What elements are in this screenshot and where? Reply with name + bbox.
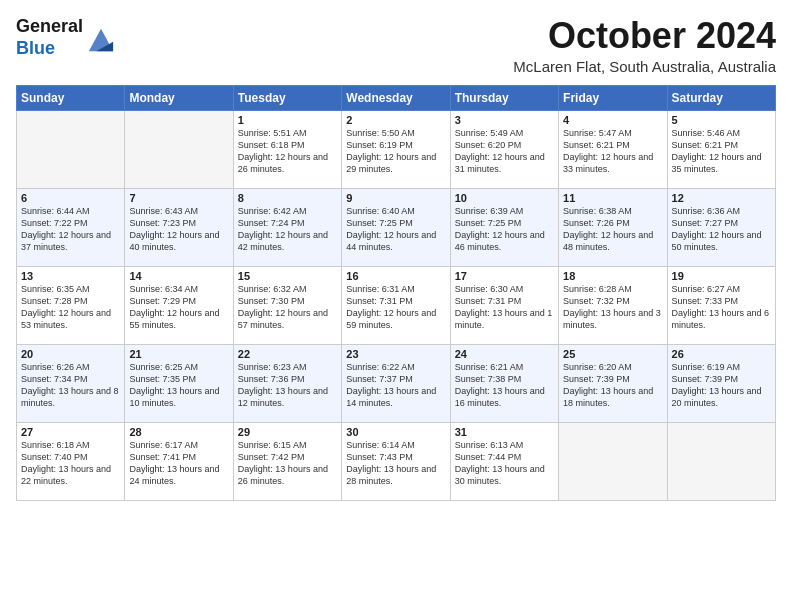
calendar-header-wednesday: Wednesday	[342, 85, 450, 110]
day-info: Sunrise: 6:14 AMSunset: 7:43 PMDaylight:…	[346, 439, 445, 488]
calendar-day	[125, 110, 233, 188]
calendar-day: 30Sunrise: 6:14 AMSunset: 7:43 PMDayligh…	[342, 422, 450, 500]
calendar-week-4: 20Sunrise: 6:26 AMSunset: 7:34 PMDayligh…	[17, 344, 776, 422]
day-info: Sunrise: 6:19 AMSunset: 7:39 PMDaylight:…	[672, 361, 771, 410]
day-info: Sunrise: 6:31 AMSunset: 7:31 PMDaylight:…	[346, 283, 445, 332]
calendar-day: 6Sunrise: 6:44 AMSunset: 7:22 PMDaylight…	[17, 188, 125, 266]
day-number: 19	[672, 270, 771, 282]
calendar-day: 25Sunrise: 6:20 AMSunset: 7:39 PMDayligh…	[559, 344, 667, 422]
day-number: 13	[21, 270, 120, 282]
calendar-day	[667, 422, 775, 500]
day-info: Sunrise: 6:25 AMSunset: 7:35 PMDaylight:…	[129, 361, 228, 410]
day-info: Sunrise: 5:50 AMSunset: 6:19 PMDaylight:…	[346, 127, 445, 176]
calendar-day: 17Sunrise: 6:30 AMSunset: 7:31 PMDayligh…	[450, 266, 558, 344]
day-info: Sunrise: 6:34 AMSunset: 7:29 PMDaylight:…	[129, 283, 228, 332]
day-number: 4	[563, 114, 662, 126]
calendar-header-monday: Monday	[125, 85, 233, 110]
header: General Blue October 2024 McLaren Flat, …	[16, 16, 776, 75]
calendar-day: 2Sunrise: 5:50 AMSunset: 6:19 PMDaylight…	[342, 110, 450, 188]
day-number: 22	[238, 348, 337, 360]
day-info: Sunrise: 6:22 AMSunset: 7:37 PMDaylight:…	[346, 361, 445, 410]
day-number: 6	[21, 192, 120, 204]
page: General Blue October 2024 McLaren Flat, …	[0, 0, 792, 612]
day-number: 15	[238, 270, 337, 282]
calendar-day: 10Sunrise: 6:39 AMSunset: 7:25 PMDayligh…	[450, 188, 558, 266]
month-title: October 2024	[513, 16, 776, 56]
day-info: Sunrise: 6:30 AMSunset: 7:31 PMDaylight:…	[455, 283, 554, 332]
calendar-day	[559, 422, 667, 500]
day-number: 21	[129, 348, 228, 360]
calendar-day: 18Sunrise: 6:28 AMSunset: 7:32 PMDayligh…	[559, 266, 667, 344]
calendar-day: 14Sunrise: 6:34 AMSunset: 7:29 PMDayligh…	[125, 266, 233, 344]
day-number: 5	[672, 114, 771, 126]
day-info: Sunrise: 6:36 AMSunset: 7:27 PMDaylight:…	[672, 205, 771, 254]
day-info: Sunrise: 6:44 AMSunset: 7:22 PMDaylight:…	[21, 205, 120, 254]
calendar-day: 28Sunrise: 6:17 AMSunset: 7:41 PMDayligh…	[125, 422, 233, 500]
day-number: 27	[21, 426, 120, 438]
title-area: October 2024 McLaren Flat, South Austral…	[513, 16, 776, 75]
subtitle: McLaren Flat, South Australia, Australia	[513, 58, 776, 75]
calendar-day: 3Sunrise: 5:49 AMSunset: 6:20 PMDaylight…	[450, 110, 558, 188]
calendar-day	[17, 110, 125, 188]
day-number: 31	[455, 426, 554, 438]
day-info: Sunrise: 6:27 AMSunset: 7:33 PMDaylight:…	[672, 283, 771, 332]
day-number: 7	[129, 192, 228, 204]
logo-text: General Blue	[16, 16, 83, 59]
day-number: 23	[346, 348, 445, 360]
calendar: SundayMondayTuesdayWednesdayThursdayFrid…	[16, 85, 776, 501]
calendar-header-saturday: Saturday	[667, 85, 775, 110]
day-number: 11	[563, 192, 662, 204]
day-number: 10	[455, 192, 554, 204]
calendar-day: 22Sunrise: 6:23 AMSunset: 7:36 PMDayligh…	[233, 344, 341, 422]
day-info: Sunrise: 5:47 AMSunset: 6:21 PMDaylight:…	[563, 127, 662, 176]
day-number: 8	[238, 192, 337, 204]
day-info: Sunrise: 6:13 AMSunset: 7:44 PMDaylight:…	[455, 439, 554, 488]
calendar-day: 5Sunrise: 5:46 AMSunset: 6:21 PMDaylight…	[667, 110, 775, 188]
day-number: 14	[129, 270, 228, 282]
logo: General Blue	[16, 16, 115, 59]
day-info: Sunrise: 5:46 AMSunset: 6:21 PMDaylight:…	[672, 127, 771, 176]
day-info: Sunrise: 6:39 AMSunset: 7:25 PMDaylight:…	[455, 205, 554, 254]
day-info: Sunrise: 6:20 AMSunset: 7:39 PMDaylight:…	[563, 361, 662, 410]
calendar-day: 16Sunrise: 6:31 AMSunset: 7:31 PMDayligh…	[342, 266, 450, 344]
calendar-header-thursday: Thursday	[450, 85, 558, 110]
calendar-week-3: 13Sunrise: 6:35 AMSunset: 7:28 PMDayligh…	[17, 266, 776, 344]
calendar-day: 15Sunrise: 6:32 AMSunset: 7:30 PMDayligh…	[233, 266, 341, 344]
calendar-day: 19Sunrise: 6:27 AMSunset: 7:33 PMDayligh…	[667, 266, 775, 344]
day-number: 26	[672, 348, 771, 360]
calendar-day: 29Sunrise: 6:15 AMSunset: 7:42 PMDayligh…	[233, 422, 341, 500]
day-info: Sunrise: 6:43 AMSunset: 7:23 PMDaylight:…	[129, 205, 228, 254]
day-info: Sunrise: 6:38 AMSunset: 7:26 PMDaylight:…	[563, 205, 662, 254]
day-info: Sunrise: 6:40 AMSunset: 7:25 PMDaylight:…	[346, 205, 445, 254]
day-info: Sunrise: 6:18 AMSunset: 7:40 PMDaylight:…	[21, 439, 120, 488]
day-number: 24	[455, 348, 554, 360]
day-number: 12	[672, 192, 771, 204]
calendar-day: 24Sunrise: 6:21 AMSunset: 7:38 PMDayligh…	[450, 344, 558, 422]
day-number: 25	[563, 348, 662, 360]
day-number: 30	[346, 426, 445, 438]
day-info: Sunrise: 6:35 AMSunset: 7:28 PMDaylight:…	[21, 283, 120, 332]
day-number: 20	[21, 348, 120, 360]
calendar-week-2: 6Sunrise: 6:44 AMSunset: 7:22 PMDaylight…	[17, 188, 776, 266]
day-number: 9	[346, 192, 445, 204]
logo-icon	[87, 25, 115, 53]
calendar-day: 1Sunrise: 5:51 AMSunset: 6:18 PMDaylight…	[233, 110, 341, 188]
calendar-day: 7Sunrise: 6:43 AMSunset: 7:23 PMDaylight…	[125, 188, 233, 266]
calendar-header-friday: Friday	[559, 85, 667, 110]
day-info: Sunrise: 6:26 AMSunset: 7:34 PMDaylight:…	[21, 361, 120, 410]
calendar-header-row: SundayMondayTuesdayWednesdayThursdayFrid…	[17, 85, 776, 110]
calendar-day: 21Sunrise: 6:25 AMSunset: 7:35 PMDayligh…	[125, 344, 233, 422]
day-number: 3	[455, 114, 554, 126]
day-number: 17	[455, 270, 554, 282]
day-info: Sunrise: 6:15 AMSunset: 7:42 PMDaylight:…	[238, 439, 337, 488]
calendar-day: 27Sunrise: 6:18 AMSunset: 7:40 PMDayligh…	[17, 422, 125, 500]
calendar-day: 8Sunrise: 6:42 AMSunset: 7:24 PMDaylight…	[233, 188, 341, 266]
calendar-day: 12Sunrise: 6:36 AMSunset: 7:27 PMDayligh…	[667, 188, 775, 266]
day-info: Sunrise: 6:42 AMSunset: 7:24 PMDaylight:…	[238, 205, 337, 254]
day-number: 2	[346, 114, 445, 126]
day-number: 16	[346, 270, 445, 282]
day-info: Sunrise: 6:17 AMSunset: 7:41 PMDaylight:…	[129, 439, 228, 488]
day-info: Sunrise: 6:28 AMSunset: 7:32 PMDaylight:…	[563, 283, 662, 332]
day-info: Sunrise: 5:49 AMSunset: 6:20 PMDaylight:…	[455, 127, 554, 176]
calendar-header-tuesday: Tuesday	[233, 85, 341, 110]
